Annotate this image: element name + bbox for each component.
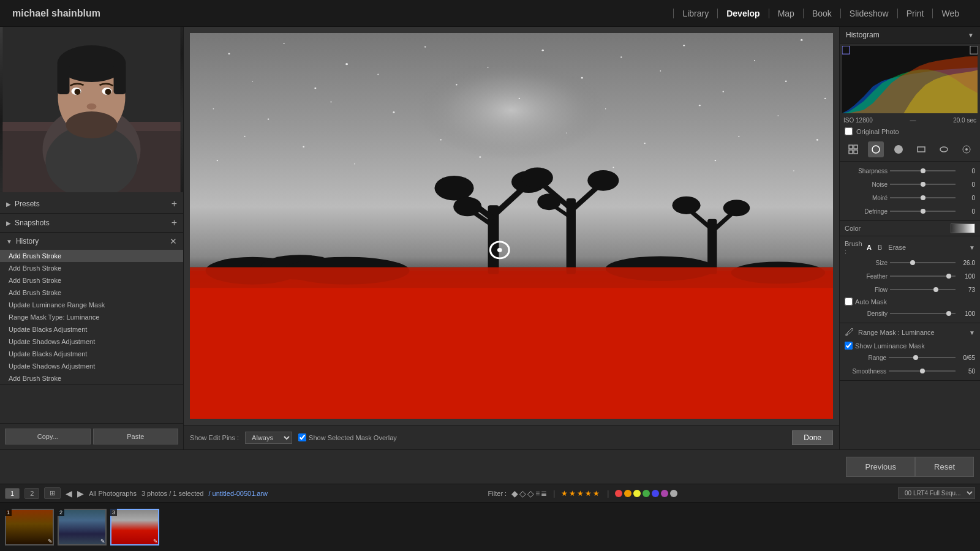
nav-book[interactable]: Book bbox=[804, 9, 841, 18]
history-item-10[interactable]: Add Brush Stroke bbox=[0, 372, 183, 384]
snapshots-add-btn[interactable]: + bbox=[172, 217, 177, 228]
history-item-9[interactable]: Update Shadows Adjustment bbox=[0, 360, 183, 372]
history-item-7[interactable]: Update Shadows Adjustment bbox=[0, 335, 183, 348]
svg-point-95 bbox=[895, 146, 902, 153]
done-button[interactable]: Done bbox=[792, 430, 833, 445]
svg-rect-84 bbox=[190, 268, 833, 419]
noise-slider[interactable] bbox=[890, 184, 956, 185]
filter-icon-5[interactable]: ≣ bbox=[541, 489, 547, 498]
show-luminance-mask-row: Show Luminance Mask bbox=[845, 340, 975, 351]
gray-filter[interactable] bbox=[670, 490, 677, 497]
thumb-1[interactable]: 1 ✎ bbox=[5, 509, 54, 545]
previous-button[interactable]: Previous bbox=[846, 457, 915, 477]
yellow-filter[interactable] bbox=[633, 490, 641, 497]
grid-view-btn[interactable]: ⊞ bbox=[44, 487, 61, 499]
thumb-3[interactable]: 3 ✎ bbox=[110, 509, 159, 545]
smoothness-slider[interactable] bbox=[889, 370, 956, 372]
flow-slider[interactable] bbox=[890, 289, 956, 290]
history-item-5[interactable]: Range Mask Type: Luminance bbox=[0, 311, 183, 323]
eyedropper-icon[interactable] bbox=[845, 327, 856, 338]
tool-ellipse-icon[interactable] bbox=[936, 141, 952, 157]
defringe-slider[interactable] bbox=[890, 211, 956, 212]
star-filter[interactable]: ★★★★★ bbox=[561, 489, 601, 498]
filter-icon-4[interactable]: ≡ bbox=[535, 489, 540, 498]
copy-paste-row: Copy... Paste bbox=[0, 423, 183, 449]
svg-rect-9 bbox=[114, 64, 126, 94]
sharpness-slider[interactable] bbox=[890, 170, 956, 171]
range-slider[interactable] bbox=[889, 357, 956, 358]
filmstrip-thumbs: 1 ✎ 2 ✎ 3 ✎ bbox=[0, 503, 980, 551]
density-slider[interactable] bbox=[890, 313, 956, 314]
thumb-2-img bbox=[58, 509, 107, 545]
brush-tab-erase[interactable]: Erase bbox=[888, 244, 906, 251]
history-item-0[interactable]: Add Brush Stroke bbox=[0, 250, 183, 262]
show-mask-checkbox[interactable] bbox=[298, 433, 306, 441]
presets-add-btn[interactable]: + bbox=[172, 198, 177, 209]
filter-icon-3[interactable]: ◇ bbox=[527, 489, 534, 498]
svg-point-54 bbox=[479, 156, 481, 157]
history-header[interactable]: ▼ History ✕ bbox=[0, 233, 183, 250]
nav-develop[interactable]: Develop bbox=[718, 9, 769, 18]
nav-library[interactable]: Library bbox=[673, 9, 718, 18]
tool-radial2-icon[interactable] bbox=[959, 141, 974, 157]
history-item-1[interactable]: Add Brush Stroke bbox=[0, 262, 183, 274]
nav-print[interactable]: Print bbox=[898, 9, 933, 18]
brush-tab-b[interactable]: B bbox=[878, 244, 882, 251]
svg-point-43 bbox=[777, 115, 778, 116]
page-btn-2[interactable]: 2 bbox=[24, 488, 39, 499]
purple-filter[interactable] bbox=[661, 490, 668, 497]
history-close-btn[interactable]: ✕ bbox=[170, 236, 177, 246]
snapshots-header[interactable]: ▶ Snapshots + bbox=[0, 214, 183, 232]
tool-circle-icon[interactable] bbox=[868, 141, 884, 157]
orange-filter[interactable] bbox=[624, 490, 631, 497]
size-label: Size bbox=[845, 260, 888, 266]
tool-rect-icon[interactable] bbox=[913, 141, 929, 157]
history-item-4[interactable]: Update Luminance Range Mask bbox=[0, 299, 183, 311]
paste-button[interactable]: Paste bbox=[93, 429, 179, 444]
history-item-8[interactable]: Update Blacks Adjustment bbox=[0, 348, 183, 360]
prev-arrow[interactable]: ◀ bbox=[66, 489, 72, 498]
history-item-2[interactable]: Add Brush Stroke bbox=[0, 274, 183, 287]
reset-button[interactable]: Reset bbox=[915, 457, 974, 477]
preset-dropdown[interactable]: 00 LRT4 Full Sequ... bbox=[898, 487, 975, 499]
range-mask-dropdown[interactable]: ▼ bbox=[969, 329, 975, 336]
page-btn-1[interactable]: 1 bbox=[5, 488, 20, 499]
brush-tab-a[interactable]: A bbox=[867, 244, 872, 251]
history-item-3[interactable]: Add Brush Stroke bbox=[0, 287, 183, 299]
svg-point-45 bbox=[244, 136, 246, 137]
histogram-arrow[interactable]: ▼ bbox=[968, 32, 974, 39]
size-slider[interactable] bbox=[890, 262, 956, 263]
filter-icon-1[interactable]: ◆ bbox=[511, 489, 518, 498]
svg-point-33 bbox=[660, 70, 661, 72]
brush-dropdown-arrow[interactable]: ▼ bbox=[969, 244, 975, 251]
tool-radial-icon[interactable] bbox=[891, 141, 907, 157]
show-luminance-checkbox[interactable] bbox=[845, 342, 853, 350]
color-swatch[interactable] bbox=[951, 223, 975, 233]
nav-web[interactable]: Web bbox=[933, 9, 968, 18]
red-filter[interactable] bbox=[615, 490, 622, 497]
edit-pins-dropdown[interactable]: Always Never Auto Selected bbox=[245, 432, 292, 444]
filter-label: Filter : bbox=[488, 490, 507, 497]
brush-tabs-row: Brush : A B Erase ▼ bbox=[845, 239, 975, 256]
presets-header[interactable]: ▶ Presets + bbox=[0, 195, 183, 213]
photo-canvas bbox=[190, 33, 833, 419]
defringe-label: Defringe bbox=[845, 208, 888, 215]
show-mask-overlay-label[interactable]: Show Selected Mask Overlay bbox=[298, 433, 397, 441]
moire-slider[interactable] bbox=[890, 197, 956, 198]
green-filter[interactable] bbox=[643, 490, 650, 497]
history-item-6[interactable]: Update Blacks Adjustment bbox=[0, 323, 183, 335]
file-name-label[interactable]: / untitled-00501.arw bbox=[208, 490, 268, 497]
nav-map[interactable]: Map bbox=[769, 9, 804, 18]
filter-icon-2[interactable]: ◇ bbox=[519, 489, 526, 498]
webcam-area bbox=[0, 27, 183, 192]
nav-slideshow[interactable]: Slideshow bbox=[841, 9, 898, 18]
auto-mask-checkbox[interactable] bbox=[845, 298, 853, 305]
feather-slider[interactable] bbox=[890, 276, 956, 277]
copy-button[interactable]: Copy... bbox=[5, 429, 91, 444]
next-arrow[interactable]: ▶ bbox=[77, 489, 84, 498]
thumb-2[interactable]: 2 ✎ bbox=[58, 509, 107, 545]
original-photo-checkbox[interactable] bbox=[845, 127, 853, 135]
tool-grid-icon[interactable] bbox=[845, 141, 861, 157]
blue-filter[interactable] bbox=[652, 490, 659, 497]
filmstrip-toolbar: 1 2 ⊞ ◀ ▶ All Photographs 3 photos / 1 s… bbox=[0, 484, 980, 503]
